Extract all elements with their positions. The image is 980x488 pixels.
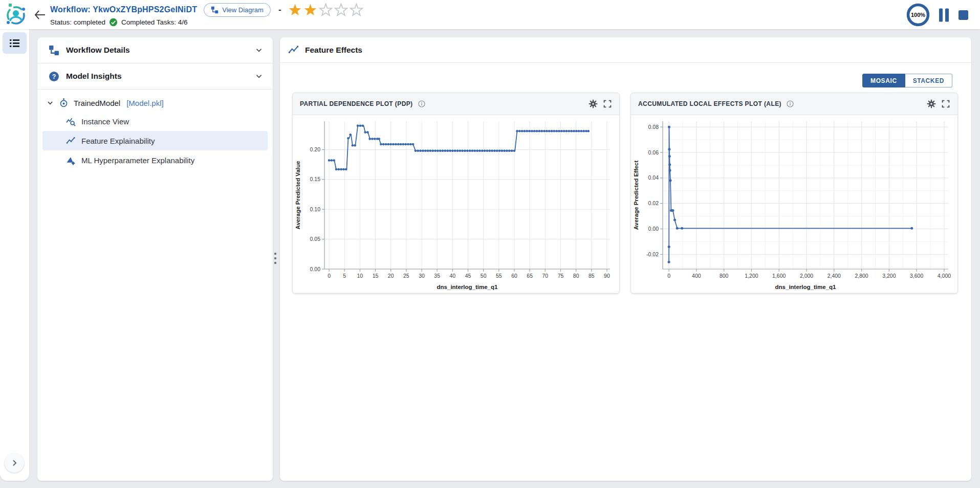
svg-text:25: 25: [403, 273, 409, 279]
svg-text:50: 50: [481, 273, 487, 279]
info-icon[interactable]: [418, 100, 426, 108]
app-logo-icon: [5, 2, 27, 27]
star-outline-icon[interactable]: [334, 3, 348, 17]
stacked-toggle-button[interactable]: STACKED: [905, 74, 952, 87]
fullscreen-icon[interactable]: [941, 99, 950, 108]
svg-text:0.00: 0.00: [648, 226, 659, 232]
svg-text:?: ?: [52, 73, 56, 80]
instance-view-icon: [66, 117, 76, 126]
svg-text:65: 65: [527, 273, 533, 279]
model-file-link[interactable]: [Model.pkl]: [126, 99, 164, 107]
app-root: Workflow: YkwOxZYBpHPS2GeINiDT View Diag…: [0, 0, 980, 488]
svg-text:Average Predicted Effect: Average Predicted Effect: [633, 160, 639, 230]
workflow-title: Workflow: YkwOxZYBpHPS2GeINiDT: [50, 5, 197, 14]
tree-node-trained-model[interactable]: TrainedModel [Model.pkl]: [37, 94, 273, 112]
section-model-insights[interactable]: ? Model Insights: [37, 63, 273, 90]
stop-icon: [958, 10, 969, 20]
svg-text:0.04: 0.04: [648, 174, 659, 181]
svg-text:35: 35: [434, 273, 440, 279]
rail-list-button[interactable]: [3, 32, 27, 54]
svg-text:3,200: 3,200: [882, 273, 896, 279]
chevron-right-icon: [11, 459, 18, 467]
svg-text:0: 0: [667, 273, 670, 279]
left-panel: Workflow Details ? Model Insights: [37, 37, 273, 481]
svg-text:dns_interlog_time_q1: dns_interlog_time_q1: [437, 284, 498, 290]
tree-item-feature-explainability[interactable]: Feature Explainability: [42, 131, 268, 150]
svg-text:2,400: 2,400: [827, 273, 841, 279]
feature-explainability-icon: [66, 136, 76, 146]
svg-text:90: 90: [604, 273, 610, 279]
view-diagram-label: View Diagram: [222, 6, 264, 14]
tree-item-instance-view[interactable]: Instance View: [42, 112, 268, 131]
settings-gear-icon[interactable]: [588, 99, 598, 109]
star-filled-icon[interactable]: [288, 3, 302, 17]
ml-hyperparameter-icon: [66, 156, 76, 165]
svg-text:0.20: 0.20: [310, 146, 321, 152]
svg-text:0.15: 0.15: [310, 176, 321, 182]
trained-model-icon: [59, 98, 69, 108]
progress-label: 100%: [911, 12, 925, 18]
back-button[interactable]: [34, 8, 48, 21]
star-outline-icon[interactable]: [350, 3, 363, 17]
tree-item-label: Instance View: [81, 117, 129, 126]
star-outline-icon[interactable]: [319, 3, 333, 17]
back-arrow-icon: [34, 9, 46, 20]
svg-text:-0.02: -0.02: [646, 251, 659, 257]
main-panel: Feature Effects MOSAIC STACKED PARTIAL D…: [280, 37, 971, 481]
svg-text:0.10: 0.10: [310, 206, 321, 212]
model-name: TrainedModel: [74, 99, 120, 107]
svg-text:400: 400: [692, 273, 701, 279]
svg-text:2,800: 2,800: [855, 273, 868, 279]
fullscreen-icon[interactable]: [603, 99, 612, 108]
svg-text:85: 85: [589, 273, 595, 279]
mosaic-toggle-button[interactable]: MOSAIC: [862, 74, 905, 87]
ale-chart: 04008001,2001,6002,0002,4002,8003,2003,6…: [631, 115, 957, 294]
svg-text:Average Predicted Value: Average Predicted Value: [295, 161, 301, 230]
rating-stars[interactable]: [288, 3, 363, 17]
tree-item-ml-hyperparameter[interactable]: ML Hyperparameter Explanability: [42, 150, 268, 170]
svg-text:4,000: 4,000: [938, 273, 951, 279]
pdp-chart: 0510152025303540455055606570758085900.00…: [293, 115, 619, 294]
stop-button[interactable]: [958, 10, 969, 20]
svg-text:2,000: 2,000: [800, 273, 813, 279]
left-rail: [0, 29, 29, 481]
info-icon[interactable]: [786, 100, 794, 108]
layout-toggle: MOSAIC STACKED: [862, 74, 952, 87]
tree-item-label: ML Hyperparameter Explanability: [81, 156, 194, 165]
svg-text:45: 45: [465, 273, 471, 279]
panel-resize-handle[interactable]: [273, 253, 277, 264]
svg-text:0.05: 0.05: [310, 236, 321, 242]
workflow-details-icon: [49, 45, 59, 56]
svg-text:0: 0: [328, 273, 331, 279]
svg-text:40: 40: [450, 273, 456, 279]
feature-effects-icon: [288, 45, 299, 56]
svg-text:1,200: 1,200: [745, 273, 758, 279]
settings-gear-icon[interactable]: [926, 99, 937, 109]
chevron-down-icon[interactable]: [254, 72, 264, 81]
svg-text:80: 80: [573, 273, 579, 279]
ale-card: ACCUMULATED LOCAL EFFECTS PLOT (ALE): [630, 93, 958, 294]
svg-text:60: 60: [511, 273, 517, 279]
pause-icon: [939, 8, 949, 22]
svg-text:30: 30: [419, 273, 425, 279]
completed-tasks-text: Completed Tasks: 4/6: [121, 18, 188, 26]
model-tree: TrainedModel [Model.pkl] Instance View: [37, 90, 273, 170]
page-title: Feature Effects: [305, 46, 362, 55]
chevron-down-icon[interactable]: [254, 46, 264, 55]
svg-text:1,600: 1,600: [772, 273, 786, 279]
caret-down-icon[interactable]: [47, 99, 54, 106]
svg-text:5: 5: [343, 273, 346, 279]
pdp-card: PARTIAL DEPENDENCE PLOT (PDP): [292, 93, 620, 294]
section-workflow-details[interactable]: Workflow Details: [37, 37, 273, 63]
svg-text:800: 800: [720, 273, 729, 279]
svg-text:dns_interlog_time_q1: dns_interlog_time_q1: [775, 284, 836, 290]
view-diagram-button[interactable]: View Diagram: [204, 3, 271, 17]
pause-button[interactable]: [939, 8, 949, 22]
status-text: Status: completed: [50, 18, 105, 26]
expand-sidebar-button[interactable]: [5, 453, 24, 473]
list-icon: [9, 37, 20, 49]
star-filled-icon[interactable]: [303, 3, 317, 17]
svg-text:0.08: 0.08: [648, 124, 659, 130]
tree-item-label: Feature Explainability: [81, 137, 155, 145]
ale-card-title: ACCUMULATED LOCAL EFFECTS PLOT (ALE): [638, 100, 781, 107]
